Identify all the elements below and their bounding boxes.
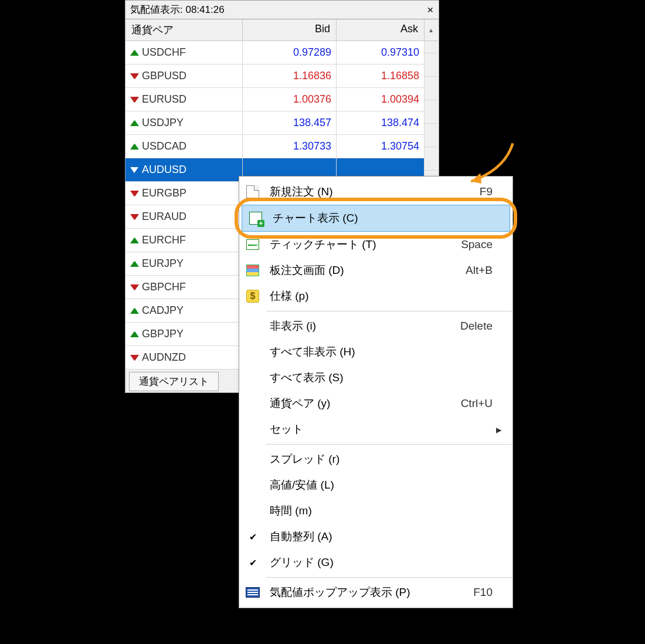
symbol-name: USDCHF	[142, 46, 186, 59]
scrollbar-track[interactable]	[425, 76, 437, 77]
symbol-name: GBPCHF	[142, 281, 186, 293]
menu-item-label: 非表示 (i)	[266, 318, 460, 334]
panel-titlebar[interactable]: 気配値表示: 08:41:26 ✕	[125, 1, 439, 19]
symbol-name: AUDNZD	[142, 351, 186, 364]
menu-item[interactable]: すべて非表示 (H)	[239, 339, 512, 365]
scrollbar-track[interactable]	[425, 53, 437, 53]
trend-down-icon	[130, 284, 138, 290]
symbol-name: USDJPY	[142, 117, 184, 129]
menu-item[interactable]: セット▸	[239, 416, 512, 442]
symbol-name: AUDUSD	[142, 164, 186, 176]
scrollbar-track[interactable]	[425, 147, 437, 147]
bid-value: 138.457	[243, 111, 337, 135]
chart-icon	[249, 212, 262, 225]
menu-item-label: 高値/安値 (L)	[266, 477, 493, 493]
bid-value: 1.00376	[243, 88, 337, 111]
menu-item-shortcut: F10	[473, 586, 496, 599]
check-icon: ✔	[249, 531, 257, 543]
depth-icon	[246, 265, 259, 276]
ask-value: 1.00394	[337, 88, 425, 111]
col-symbol[interactable]: 通貨ペア	[125, 19, 243, 41]
menu-item-label: スプレッド (r)	[266, 452, 493, 467]
bid-value: 1.16836	[243, 65, 337, 88]
table-row[interactable]: USDCHF0.972890.97310	[125, 41, 439, 65]
menu-item-label: 仕様 (p)	[266, 289, 493, 304]
menu-item-label: 自動整列 (A)	[266, 529, 493, 544]
menu-item-shortcut: Alt+B	[466, 264, 496, 277]
scrollbar-track[interactable]	[425, 170, 437, 171]
menu-item[interactable]: $仕様 (p)	[239, 283, 512, 309]
menu-item-label: 板注文画面 (D)	[266, 263, 466, 278]
trend-down-icon	[130, 191, 138, 196]
close-icon[interactable]: ✕	[427, 5, 434, 15]
menu-item[interactable]: 気配値ポップアップ表示 (P)F10	[239, 579, 512, 605]
trend-up-icon	[130, 120, 138, 126]
menu-item-label: 新規注文 (N)	[266, 184, 480, 199]
popup-window-icon	[246, 587, 260, 598]
menu-item-shortcut: Ctrl+U	[461, 397, 496, 410]
symbol-name: EURCHF	[142, 234, 186, 246]
trend-down-icon	[130, 214, 138, 220]
menu-item[interactable]: チャート表示 (C)	[242, 205, 510, 232]
table-row[interactable]: EURUSD1.003761.00394	[125, 88, 439, 111]
symbol-name: CADJPY	[142, 304, 184, 317]
table-row[interactable]: USDJPY138.457138.474	[125, 111, 439, 135]
symbol-name: EURUSD	[142, 93, 186, 106]
scrollbar-track[interactable]	[425, 100, 437, 100]
menu-item[interactable]: 通貨ペア (y)Ctrl+U	[239, 391, 512, 416]
symbol-name: EURJPY	[142, 257, 184, 270]
menu-item[interactable]: 非表示 (i)Delete	[239, 313, 512, 339]
tab-symbol-list[interactable]: 通貨ペアリスト	[129, 372, 219, 391]
menu-item-label: セット	[266, 422, 493, 437]
trend-down-icon	[130, 73, 138, 79]
menu-separator	[266, 311, 512, 311]
scrollbar-track[interactable]	[425, 123, 437, 124]
menu-item-label: すべて表示 (S)	[266, 370, 493, 385]
scroll-up-icon[interactable]: ▴	[425, 19, 437, 41]
symbol-name: EURAUD	[142, 211, 186, 223]
menu-item-shortcut: Delete	[460, 320, 496, 333]
menu-separator	[266, 444, 512, 445]
symbol-name: GBPUSD	[142, 70, 186, 82]
menu-item-label: 時間 (m)	[266, 503, 493, 518]
menu-item[interactable]: 板注文画面 (D)Alt+B	[239, 257, 512, 283]
table-row[interactable]: USDCAD1.307331.30754	[125, 135, 439, 158]
col-ask[interactable]: Ask	[337, 19, 425, 41]
trend-up-icon	[130, 308, 138, 314]
menu-item-label: 通貨ペア (y)	[266, 396, 461, 411]
menu-item[interactable]: 新規注文 (N)F9	[239, 179, 512, 205]
trend-up-icon	[130, 238, 138, 243]
tick-chart-icon	[246, 239, 259, 250]
trend-down-icon	[130, 355, 138, 361]
trend-up-icon	[130, 331, 138, 337]
menu-item[interactable]: ティックチャート (T)Space	[239, 232, 512, 257]
menu-item-label: ティックチャート (T)	[266, 237, 461, 252]
menu-item-shortcut: Space	[461, 238, 496, 251]
menu-item-label: すべて非表示 (H)	[266, 344, 493, 360]
ask-value: 138.474	[337, 111, 425, 135]
menu-item-label: グリッド (G)	[266, 555, 493, 570]
menu-item[interactable]: ✔自動整列 (A)	[239, 524, 512, 550]
ask-value: 0.97310	[337, 41, 425, 65]
bid-value: 1.30733	[243, 135, 337, 158]
bid-value: 0.97289	[243, 41, 337, 65]
menu-item[interactable]: ✔グリッド (G)	[239, 550, 512, 575]
ask-value: 1.16858	[337, 65, 425, 88]
table-row[interactable]: GBPUSD1.168361.16858	[125, 65, 439, 88]
panel-title: 気配値表示: 08:41:26	[130, 3, 225, 16]
symbol-name: USDCAD	[142, 140, 186, 152]
submenu-arrow-icon: ▸	[496, 423, 507, 436]
menu-item[interactable]: 高値/安値 (L)	[239, 472, 512, 498]
trend-down-icon	[130, 167, 138, 173]
menu-item-shortcut: F9	[480, 185, 496, 198]
menu-item-label: 気配値ポップアップ表示 (P)	[266, 585, 473, 600]
menu-item[interactable]: 時間 (m)	[239, 498, 512, 524]
col-bid[interactable]: Bid	[243, 19, 337, 41]
menu-item[interactable]: スプレッド (r)	[239, 446, 512, 472]
menu-item-label: チャート表示 (C)	[269, 211, 490, 226]
menu-item[interactable]: すべて表示 (S)	[239, 365, 512, 391]
new-order-icon	[246, 185, 259, 198]
context-menu: 新規注文 (N)F9チャート表示 (C)ティックチャート (T)Space板注文…	[239, 176, 513, 608]
trend-up-icon	[130, 261, 138, 267]
spec-icon: $	[246, 290, 259, 303]
